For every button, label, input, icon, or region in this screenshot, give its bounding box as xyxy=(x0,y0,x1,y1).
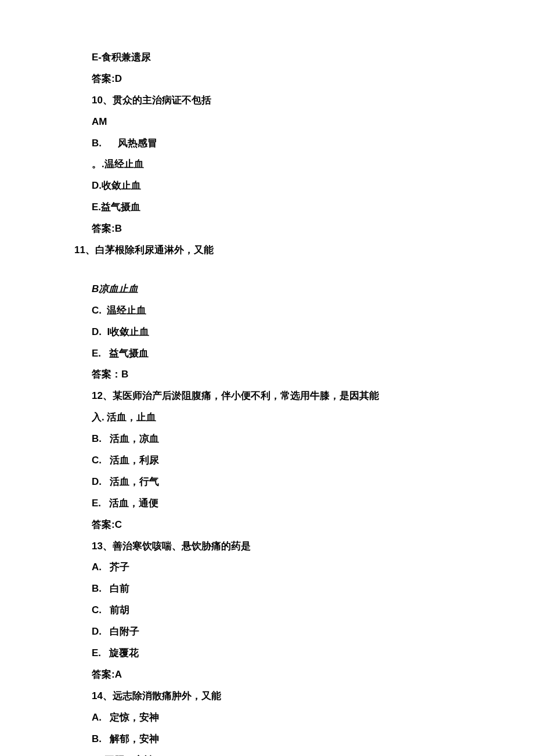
option-c: C. 温经止血 xyxy=(0,303,534,319)
answer-line: 答案:C xyxy=(0,517,534,534)
option-b: B. 解郁，安神 xyxy=(0,731,534,748)
option-c: C. 前胡 xyxy=(0,602,534,619)
option-e: E.益气摄血 xyxy=(0,199,534,216)
option-e: E. 益气摄血 xyxy=(0,345,534,362)
option-c: 。.平肝，安神 xyxy=(0,753,534,757)
italic-text: B凉血止血 xyxy=(92,283,138,294)
option-b: B. 风热感冒 xyxy=(0,135,534,152)
option-e: E-食积兼遗尿 xyxy=(0,49,534,66)
answer-line: 答案:B xyxy=(0,221,534,237)
option-e: E. 旋覆花 xyxy=(0,645,534,662)
option-a: 入. 活血，止血 xyxy=(0,409,534,426)
question-13: 13、善治寒饮咳喘、悬饮胁痛的药是 xyxy=(0,538,534,555)
question-12: 12、某医师治产后淤阻腹痛，伴小便不利，常选用牛膝，是因其能 xyxy=(0,388,534,405)
document-page: E-食积兼遗尿 答案:D 10、贯众的主治病证不包括 AM B. 风热感冒 。.… xyxy=(0,0,534,756)
option-d: D. 活血，行气 xyxy=(0,474,534,491)
option-a: A. 芥子 xyxy=(0,559,534,576)
question-11: 11、白茅根除利尿通淋外，又能 xyxy=(0,242,534,259)
option-d: D. 白附子 xyxy=(0,624,534,640)
spacer xyxy=(0,264,534,281)
option-b: B. 活血，凉血 xyxy=(0,431,534,448)
question-14: 14、远志除消散痛肿外，又能 xyxy=(0,688,534,705)
question-10: 10、贯众的主治病证不包括 xyxy=(0,92,534,109)
option-a: AM xyxy=(0,114,534,131)
option-d: D.收敛止血 xyxy=(0,178,534,195)
option-e: E. 活血，通便 xyxy=(0,495,534,512)
answer-line: 答案：B xyxy=(0,366,534,383)
option-a: A. 定惊，安神 xyxy=(0,710,534,726)
option-b-italic: B凉血止血 xyxy=(0,281,534,298)
option-c: 。.温经止血 xyxy=(0,156,534,173)
option-b: B. 白前 xyxy=(0,581,534,597)
answer-line: 答案:D xyxy=(0,71,534,88)
option-c: C. 活血，利尿 xyxy=(0,452,534,469)
option-d: D. I收敛止血 xyxy=(0,324,534,341)
answer-line: 答案:A xyxy=(0,667,534,683)
